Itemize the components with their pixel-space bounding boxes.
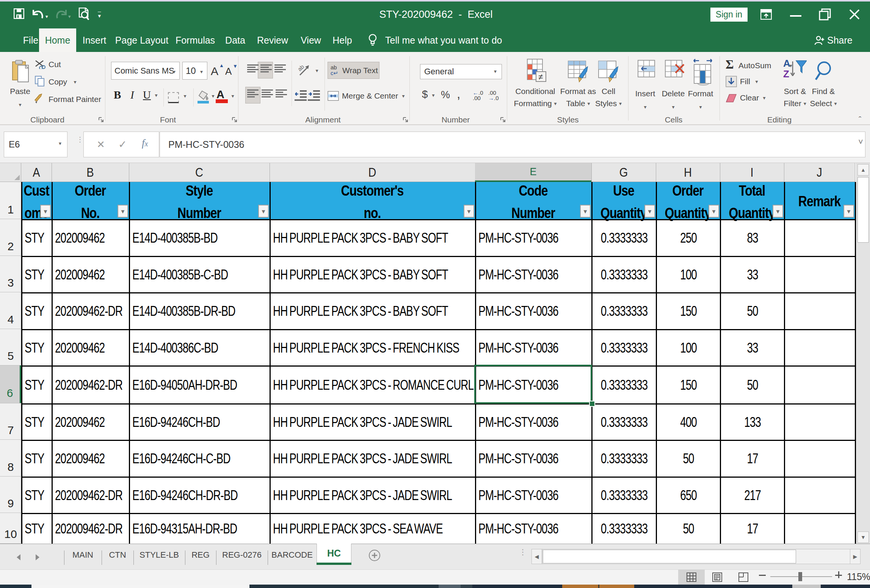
svg-text:Z: Z xyxy=(783,68,789,80)
svg-text:≠: ≠ xyxy=(538,72,543,82)
svg-text:A: A xyxy=(783,58,790,69)
